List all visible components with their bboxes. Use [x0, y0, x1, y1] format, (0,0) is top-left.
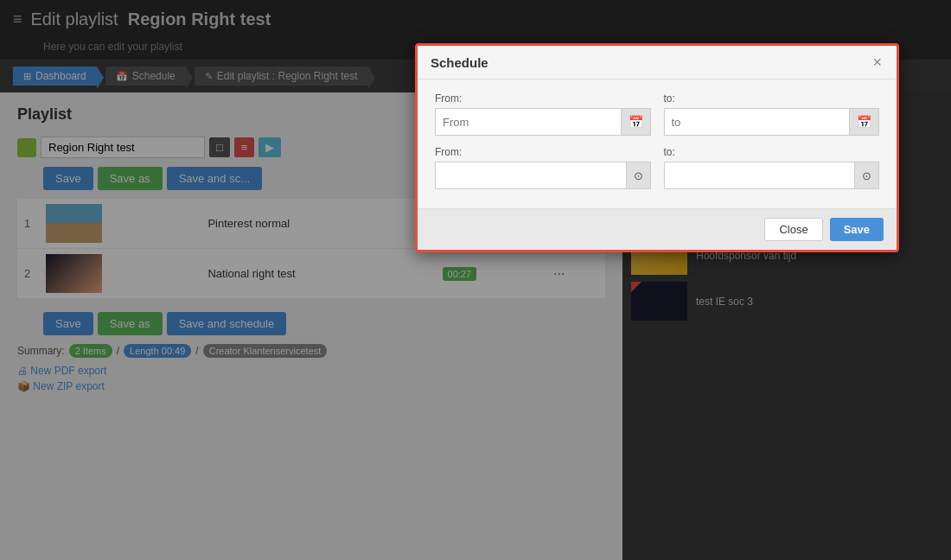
to-time-label: to:: [664, 146, 880, 158]
to-time-group: to: ⊙: [664, 146, 880, 189]
calendar-from-icon[interactable]: 📅: [622, 108, 651, 136]
from-date-input-group: 📅: [435, 108, 651, 136]
time-form-row: From: ⊙ to: ⊙: [435, 146, 879, 189]
to-date-group: to: 📅: [664, 92, 880, 136]
from-date-group: From: 📅: [435, 92, 651, 136]
from-time-input-group: ⊙: [435, 162, 651, 189]
modal-header: Schedule ×: [418, 46, 897, 80]
to-time-input[interactable]: [664, 162, 856, 189]
from-time-group: From: ⊙: [435, 146, 651, 189]
calendar-to-icon[interactable]: 📅: [850, 108, 879, 136]
modal-close-button[interactable]: ×: [871, 54, 884, 70]
from-date-input[interactable]: [435, 108, 622, 136]
from-time-input[interactable]: [435, 162, 627, 189]
to-date-label: to:: [664, 92, 880, 105]
modal-footer: Close Save: [418, 208, 897, 250]
schedule-modal: Schedule × From: 📅 to: 📅: [415, 43, 899, 252]
to-time-input-group: ⊙: [664, 162, 880, 189]
clock-from-icon[interactable]: ⊙: [627, 162, 651, 189]
close-modal-button[interactable]: Close: [764, 218, 822, 241]
modal-body: From: 📅 to: 📅: [418, 80, 897, 208]
save-modal-button[interactable]: Save: [830, 218, 884, 241]
from-time-label: From:: [435, 146, 651, 158]
modal-title: Schedule: [431, 55, 488, 70]
clock-to-icon[interactable]: ⊙: [855, 162, 879, 189]
date-form-row: From: 📅 to: 📅: [435, 92, 879, 136]
to-date-input-group: 📅: [664, 108, 880, 136]
to-date-input[interactable]: [664, 108, 851, 136]
from-date-label: From:: [435, 92, 651, 105]
